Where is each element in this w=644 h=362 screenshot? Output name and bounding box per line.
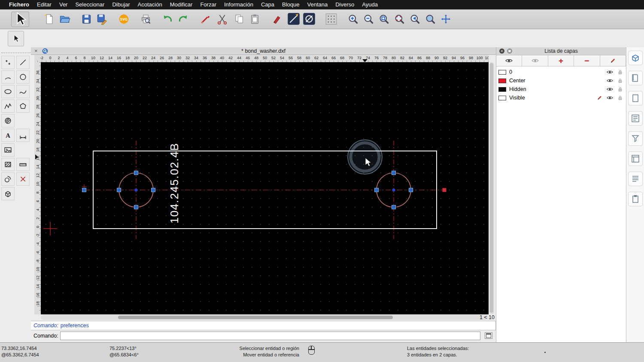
layer-visibility-icon[interactable] — [607, 69, 613, 75]
print-preview-button[interactable] — [138, 12, 153, 26]
layers-hide-all-button[interactable] — [522, 55, 548, 66]
save-as-button[interactable] — [94, 12, 109, 26]
tool-ellipse[interactable] — [1, 85, 15, 98]
menu-forzar[interactable]: Forzar — [196, 0, 220, 9]
command-input[interactable] — [60, 332, 480, 340]
vertical-ruler: 363432302826242220181614121086420-2-4-6-… — [34, 62, 41, 314]
dock-clipboard-button[interactable] — [628, 192, 643, 206]
layers-show-all-button[interactable] — [496, 55, 522, 66]
tool-measure[interactable] — [16, 158, 30, 171]
dock-library-browser-button[interactable] — [628, 51, 643, 65]
tool-hatch[interactable] — [1, 114, 15, 127]
layer-color-swatch[interactable] — [498, 78, 506, 83]
tool-delete[interactable] — [16, 172, 30, 186]
zoom-out-button[interactable] — [361, 12, 376, 26]
menu-capa[interactable]: Capa — [257, 0, 278, 9]
menu-acotacion[interactable]: Acotación — [134, 0, 166, 9]
dock-properties-button[interactable] — [628, 151, 643, 166]
h-ruler-label: 72 — [357, 56, 361, 60]
menu-seleccionar[interactable]: Seleccionar — [71, 0, 108, 9]
layer-lock-icon[interactable] — [617, 87, 623, 92]
tool-line[interactable] — [16, 56, 30, 69]
menu-ver[interactable]: Ver — [55, 0, 72, 9]
tool-polyline[interactable] — [1, 100, 15, 113]
vertical-scrollbar-thumb[interactable] — [490, 63, 493, 313]
add-layer-button[interactable]: + — [548, 55, 574, 66]
dock-document-panel-button[interactable] — [628, 91, 643, 106]
new-document-button[interactable] — [41, 12, 57, 26]
menu-ayuda[interactable]: Ayuda — [358, 0, 382, 9]
drawing-area[interactable]: 104.245.02.4B — [41, 62, 489, 314]
layer-current-pencil-icon — [596, 95, 603, 100]
edit-layer-button[interactable] — [600, 55, 626, 66]
menu-modificar[interactable]: Modificar — [166, 0, 197, 9]
layer-color-swatch[interactable] — [498, 70, 506, 75]
line-attributes-button[interactable] — [286, 12, 301, 26]
export-svg-button[interactable]: SVG — [116, 12, 131, 26]
remove-layer-button[interactable]: − — [574, 55, 600, 66]
zoom-pan-button[interactable] — [438, 12, 453, 26]
h-ruler-label: 48 — [254, 56, 258, 60]
layer-color-swatch[interactable] — [498, 96, 506, 100]
paste-button[interactable] — [247, 12, 262, 26]
save-button[interactable] — [79, 12, 94, 26]
current-tool-button[interactable] — [8, 31, 24, 46]
layer-row[interactable]: 0 — [496, 68, 626, 76]
menu-diverso[interactable]: Diverso — [331, 0, 358, 9]
tool-hatch-pattern[interactable] — [1, 158, 15, 171]
menu-informacion[interactable]: Información — [220, 0, 257, 9]
select-tool-button[interactable] — [11, 12, 29, 27]
dock-block-list-button[interactable] — [628, 71, 643, 85]
layer-lock-icon[interactable] — [617, 69, 623, 75]
layer-row[interactable]: Hidden — [496, 85, 626, 94]
redo-button[interactable] — [175, 12, 191, 26]
layer-lock-icon[interactable] — [617, 95, 623, 100]
ruler-icon — [18, 160, 27, 169]
layer-row[interactable]: Visible — [496, 94, 626, 102]
tool-circle[interactable] — [16, 70, 30, 84]
dock-entity-filter-button[interactable] — [628, 131, 643, 146]
menu-fichero[interactable]: Fichero — [5, 0, 33, 9]
drawing-canvas[interactable]: 104.245.02.4B — [41, 62, 489, 314]
dock-layer-list-button[interactable] — [628, 111, 643, 126]
undo-button[interactable] — [160, 12, 175, 26]
tool-polygon[interactable] — [16, 100, 30, 113]
menu-dibujar[interactable]: Dibujar — [108, 0, 134, 9]
layer-visibility-icon[interactable] — [607, 95, 613, 100]
cut-button[interactable] — [214, 12, 230, 26]
v-ruler-label: -4 — [36, 241, 40, 248]
layer-visibility-icon[interactable] — [607, 78, 613, 83]
pen-attributes-button[interactable] — [269, 12, 284, 26]
tool-arc[interactable] — [1, 70, 15, 84]
command-toggle-button[interactable] — [485, 332, 492, 339]
menu-editar[interactable]: Editar — [33, 0, 55, 9]
delete-entities-button[interactable] — [197, 12, 213, 26]
layer-lock-icon[interactable] — [617, 78, 623, 83]
tool-image[interactable] — [1, 143, 15, 157]
menu-ventana[interactable]: Ventana — [303, 0, 331, 9]
open-document-button[interactable] — [57, 12, 72, 26]
tool-spline[interactable] — [16, 85, 30, 98]
menu-bloque[interactable]: Bloque — [278, 0, 303, 9]
tool-text[interactable]: A — [1, 129, 15, 142]
zoom-window-button[interactable] — [422, 12, 438, 26]
horizontal-scrollbar[interactable] — [41, 315, 489, 320]
layer-row[interactable]: Center — [496, 76, 626, 85]
tool-circle-arc[interactable] — [1, 172, 15, 186]
vertical-scrollbar[interactable] — [489, 62, 494, 314]
zoom-auto-button[interactable] — [376, 12, 392, 26]
dock-command-history-button[interactable] — [628, 172, 643, 186]
zoom-in-button[interactable] — [345, 12, 361, 26]
circle-attributes-button[interactable] — [301, 12, 317, 26]
zoom-selected-button[interactable] — [392, 12, 407, 26]
tool-solid-3d[interactable] — [1, 187, 15, 200]
layer-color-swatch[interactable] — [498, 87, 506, 92]
grid-toggle-button[interactable] — [323, 12, 339, 26]
layer-visibility-icon[interactable] — [607, 87, 613, 92]
zoom-previous-button[interactable] — [407, 12, 422, 26]
tool-points[interactable] — [1, 56, 15, 69]
copy-button[interactable] — [231, 12, 247, 26]
tool-palette: A — [1, 52, 30, 200]
tool-dimension[interactable] — [16, 129, 30, 142]
horizontal-scrollbar-thumb[interactable] — [118, 316, 393, 319]
